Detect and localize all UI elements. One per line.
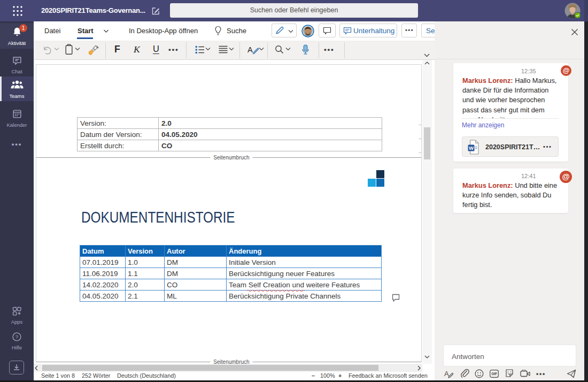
svg-text:W: W bbox=[469, 145, 474, 151]
svg-text:?: ? bbox=[16, 334, 18, 340]
svg-text:A: A bbox=[444, 370, 449, 378]
svg-text:GIF: GIF bbox=[491, 372, 497, 376]
